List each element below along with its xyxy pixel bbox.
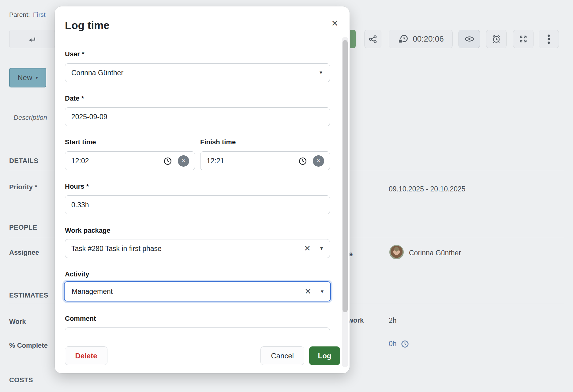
remaining-work-label-partial: work bbox=[348, 316, 364, 324]
timer-button[interactable]: 00:20:06 bbox=[389, 30, 453, 48]
remaining-work-value[interactable]: 2h bbox=[389, 316, 397, 325]
hours-input[interactable]: 0.33h bbox=[65, 195, 330, 214]
start-time-label: Start time bbox=[65, 138, 96, 146]
section-people: PEOPLE bbox=[9, 224, 37, 231]
chevron-down-icon[interactable]: ▾ bbox=[320, 245, 323, 252]
finish-time-label: Finish time bbox=[200, 138, 236, 146]
chevron-down-icon: ▾ bbox=[36, 75, 38, 80]
priority-label: Priority * bbox=[9, 183, 37, 191]
date-range-value[interactable]: 09.10.2025 - 20.10.2025 bbox=[389, 185, 466, 193]
cancel-button[interactable]: Cancel bbox=[260, 346, 304, 365]
parent-label: Parent: bbox=[9, 11, 30, 18]
alarm-clock-icon bbox=[492, 34, 501, 44]
expand-icon bbox=[519, 35, 528, 43]
clear-selection-icon[interactable]: ✕ bbox=[305, 287, 311, 296]
clear-x-glyph: ✕ bbox=[316, 158, 320, 164]
clear-x-glyph: ✕ bbox=[181, 158, 185, 164]
date-input-value: 2025-09-09 bbox=[71, 113, 107, 121]
assignee-label: Assignee bbox=[9, 249, 39, 257]
user-select-value: Corinna Günther bbox=[71, 69, 123, 77]
work-package-select[interactable]: Task #280 Task in first phase ✕ ▾ bbox=[65, 239, 330, 258]
clock-icon[interactable] bbox=[163, 157, 172, 165]
share-button[interactable] bbox=[364, 30, 381, 48]
date-field-label: Date * bbox=[65, 94, 84, 102]
spent-time-value[interactable]: 0h bbox=[389, 340, 397, 348]
description-field[interactable]: Description bbox=[13, 114, 47, 122]
eye-icon bbox=[464, 35, 474, 43]
accountable-value[interactable]: Corinna Günther bbox=[409, 249, 461, 257]
clear-time-icon[interactable]: ✕ bbox=[313, 155, 324, 167]
back-button[interactable] bbox=[9, 30, 55, 48]
timer-value: 00:20:06 bbox=[413, 34, 444, 44]
parent-link[interactable]: First bbox=[33, 11, 46, 18]
work-label: Work bbox=[9, 318, 26, 326]
new-button[interactable]: New ▾ bbox=[9, 68, 46, 87]
spent-time-row[interactable]: 0h bbox=[389, 340, 409, 348]
section-estimates: ESTIMATES bbox=[9, 291, 48, 299]
activity-select[interactable]: Management ✕ ▾ bbox=[64, 281, 331, 301]
chevron-down-icon[interactable]: ▾ bbox=[320, 69, 322, 76]
modal-title: Log time bbox=[65, 19, 110, 31]
comment-label: Comment bbox=[65, 315, 96, 323]
activity-label: Activity bbox=[65, 270, 89, 278]
status-button-partial[interactable] bbox=[350, 30, 356, 48]
start-time-input[interactable]: 12:02 ✕ bbox=[65, 151, 195, 170]
work-package-label: Work package bbox=[65, 227, 110, 235]
avatar bbox=[389, 245, 404, 259]
work-package-page: Parent: First 00:20:06 bbox=[0, 0, 573, 392]
back-arrow-icon bbox=[28, 35, 37, 44]
percent-complete-label: % Complete bbox=[9, 342, 48, 349]
more-menu-button[interactable] bbox=[539, 30, 559, 48]
text-cursor bbox=[71, 287, 71, 296]
user-field-label: User * bbox=[65, 50, 84, 58]
clock-icon[interactable] bbox=[298, 157, 307, 165]
kebab-icon bbox=[547, 34, 550, 44]
log-time-modal: Log time ✕ User * Corinna Günther ▾ Date… bbox=[55, 6, 350, 373]
section-details: DETAILS bbox=[9, 157, 38, 165]
watch-button[interactable] bbox=[459, 30, 480, 48]
reminder-button[interactable] bbox=[486, 30, 507, 48]
start-time-value: 12:02 bbox=[71, 157, 89, 165]
clear-time-icon[interactable]: ✕ bbox=[178, 155, 189, 167]
log-button[interactable]: Log bbox=[309, 346, 340, 365]
chevron-down-icon[interactable]: ▾ bbox=[321, 288, 324, 295]
section-costs: COSTS bbox=[9, 376, 33, 384]
finish-time-value: 12:21 bbox=[207, 157, 224, 165]
user-select[interactable]: Corinna Günther ▾ bbox=[65, 63, 330, 82]
clock-icon bbox=[401, 340, 409, 348]
new-button-label: New bbox=[17, 73, 32, 82]
hours-field-label: Hours * bbox=[65, 183, 89, 190]
share-icon bbox=[368, 35, 377, 44]
date-input[interactable]: 2025-09-09 bbox=[65, 107, 330, 126]
delete-button[interactable]: Delete bbox=[65, 346, 107, 365]
clear-selection-icon[interactable]: ✕ bbox=[304, 244, 311, 253]
work-package-value: Task #280 Task in first phase bbox=[71, 245, 162, 253]
modal-scrollbar-thumb[interactable] bbox=[343, 40, 348, 312]
finish-time-input[interactable]: 12:21 ✕ bbox=[200, 151, 330, 170]
stop-timer-icon bbox=[398, 34, 409, 44]
activity-value: Management bbox=[72, 287, 113, 296]
close-icon[interactable]: ✕ bbox=[329, 17, 340, 30]
hours-input-value: 0.33h bbox=[71, 201, 89, 209]
fullscreen-button[interactable] bbox=[513, 30, 534, 48]
